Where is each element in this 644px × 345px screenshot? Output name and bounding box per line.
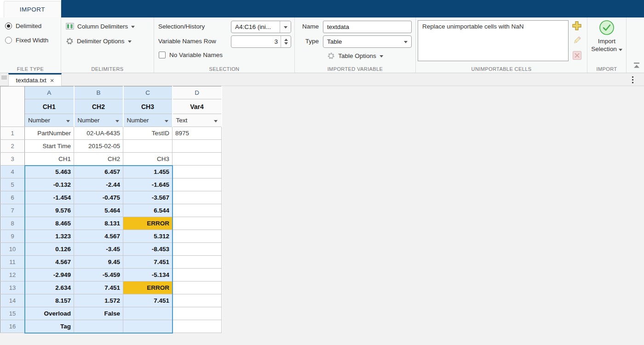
cell[interactable]: 8.157 bbox=[25, 294, 74, 307]
cell[interactable]: 4.567 bbox=[25, 256, 74, 269]
column-header-C[interactable]: C bbox=[123, 86, 172, 99]
variable-name-field[interactable] bbox=[323, 21, 412, 33]
column-type-dropdown[interactable]: Number bbox=[25, 114, 74, 127]
tab-list-icon[interactable] bbox=[1, 75, 7, 80]
row-header-6[interactable]: 6 bbox=[0, 191, 25, 204]
cell[interactable] bbox=[172, 153, 222, 166]
tab-import[interactable]: IMPORT bbox=[4, 1, 61, 17]
cell[interactable] bbox=[172, 230, 222, 243]
document-tab-textdata[interactable]: textdata.txt × bbox=[8, 73, 62, 86]
cell[interactable]: TestID bbox=[123, 127, 172, 140]
cell[interactable]: -1.645 bbox=[123, 178, 172, 191]
cell[interactable]: -2.44 bbox=[74, 178, 123, 191]
cell[interactable]: 9.576 bbox=[25, 204, 74, 217]
column-delimiters-dropdown[interactable]: Column Delimiters bbox=[66, 23, 135, 30]
cell[interactable]: 1.323 bbox=[25, 230, 74, 243]
cell[interactable] bbox=[123, 307, 172, 320]
cell[interactable] bbox=[74, 320, 123, 333]
column-header-A[interactable]: A bbox=[25, 86, 74, 99]
cell[interactable] bbox=[172, 217, 222, 230]
row-header-9[interactable]: 9 bbox=[0, 230, 25, 243]
cell[interactable]: 8.465 bbox=[25, 217, 74, 230]
add-rule-button[interactable] bbox=[571, 20, 582, 31]
collapse-ribbon-button[interactable] bbox=[632, 62, 641, 69]
cell[interactable]: -2.949 bbox=[25, 269, 74, 282]
row-header-15[interactable]: 15 bbox=[0, 307, 25, 320]
row-header-11[interactable]: 11 bbox=[0, 256, 25, 269]
cell[interactable]: Tag bbox=[25, 320, 74, 333]
cell[interactable]: 9.45 bbox=[74, 256, 123, 269]
cell[interactable]: False bbox=[74, 307, 123, 320]
delete-rule-button[interactable] bbox=[571, 50, 582, 61]
dropdown-arrow-button[interactable] bbox=[280, 21, 291, 33]
row-header-1[interactable]: 1 bbox=[0, 127, 25, 140]
column-header-D[interactable]: D bbox=[172, 86, 222, 99]
cell[interactable]: 6.544 bbox=[123, 204, 172, 217]
column-type-dropdown[interactable]: Text bbox=[172, 114, 222, 127]
cell[interactable] bbox=[172, 178, 222, 191]
cell[interactable] bbox=[123, 320, 172, 333]
variable-name-Var4[interactable]: Var4 bbox=[172, 99, 222, 114]
cell[interactable] bbox=[172, 191, 222, 204]
dropdown-arrow-button[interactable] bbox=[400, 36, 411, 47]
column-type-dropdown[interactable]: Number bbox=[74, 114, 123, 127]
cell[interactable]: 5.464 bbox=[74, 204, 123, 217]
cell[interactable]: CH3 bbox=[123, 153, 172, 166]
cell[interactable]: 5.312 bbox=[123, 230, 172, 243]
row-header-5[interactable]: 5 bbox=[0, 178, 25, 191]
cell[interactable]: 2015-02-05 bbox=[74, 140, 123, 153]
cell[interactable]: 2.634 bbox=[25, 282, 74, 294]
selection-history-dropdown[interactable]: A4:C16 (ini... bbox=[231, 21, 291, 33]
cell[interactable]: Start Time bbox=[25, 140, 74, 153]
cell[interactable]: ERROR bbox=[123, 282, 172, 294]
cell[interactable]: -5.459 bbox=[74, 269, 123, 282]
row-header-3[interactable]: 3 bbox=[0, 153, 25, 166]
radio-fixed-width[interactable]: Fixed Width bbox=[5, 37, 48, 44]
spinner-buttons[interactable] bbox=[281, 36, 291, 47]
variable-name-input[interactable] bbox=[327, 21, 408, 33]
close-tab-icon[interactable]: × bbox=[50, 77, 54, 84]
cell[interactable]: 8975 bbox=[172, 127, 222, 140]
cell[interactable]: 4.567 bbox=[74, 230, 123, 243]
cell[interactable]: 6.457 bbox=[74, 166, 123, 178]
cell[interactable]: 7.451 bbox=[74, 282, 123, 294]
cell[interactable]: -3.45 bbox=[74, 243, 123, 256]
cell[interactable] bbox=[172, 204, 222, 217]
row-header-16[interactable]: 16 bbox=[0, 320, 25, 333]
radio-delimited[interactable]: Delimited bbox=[5, 23, 41, 29]
row-header-12[interactable]: 12 bbox=[0, 269, 25, 282]
row-header-7[interactable]: 7 bbox=[0, 204, 25, 217]
cell[interactable]: 0.126 bbox=[25, 243, 74, 256]
cell[interactable] bbox=[172, 294, 222, 307]
cell[interactable]: 8.131 bbox=[74, 217, 123, 230]
cell[interactable]: 5.463 bbox=[25, 166, 74, 178]
cell[interactable]: -1.454 bbox=[25, 191, 74, 204]
delimiter-options-dropdown[interactable]: Delimiter Options bbox=[66, 37, 132, 45]
cell[interactable] bbox=[172, 320, 222, 333]
row-header-4[interactable]: 4 bbox=[0, 166, 25, 178]
cell[interactable]: -5.134 bbox=[123, 269, 172, 282]
import-selection-button[interactable]: Import Selection bbox=[587, 19, 626, 53]
tabstrip-overflow-menu-icon[interactable] bbox=[632, 76, 634, 85]
cell[interactable]: CH2 bbox=[74, 153, 123, 166]
cell[interactable] bbox=[172, 140, 222, 153]
cell[interactable]: 7.451 bbox=[123, 294, 172, 307]
cell[interactable]: ERROR bbox=[123, 217, 172, 230]
cell[interactable]: -0.475 bbox=[74, 191, 123, 204]
cell[interactable]: 1.455 bbox=[123, 166, 172, 178]
cell[interactable]: -0.132 bbox=[25, 178, 74, 191]
cell[interactable]: 1.572 bbox=[74, 294, 123, 307]
row-header-8[interactable]: 8 bbox=[0, 217, 25, 230]
cell[interactable]: Overload bbox=[25, 307, 74, 320]
cell[interactable]: -8.453 bbox=[123, 243, 172, 256]
cell[interactable] bbox=[172, 307, 222, 320]
cell[interactable] bbox=[172, 282, 222, 294]
variable-name-CH1[interactable]: CH1 bbox=[25, 99, 74, 114]
cell[interactable] bbox=[172, 256, 222, 269]
row-header-13[interactable]: 13 bbox=[0, 282, 25, 294]
cell[interactable]: 7.451 bbox=[123, 256, 172, 269]
cell[interactable]: 02-UA-6435 bbox=[74, 127, 123, 140]
row-header-14[interactable]: 14 bbox=[0, 294, 25, 307]
table-options-dropdown[interactable]: Table Options bbox=[327, 52, 383, 60]
column-type-dropdown[interactable]: Number bbox=[123, 114, 172, 127]
